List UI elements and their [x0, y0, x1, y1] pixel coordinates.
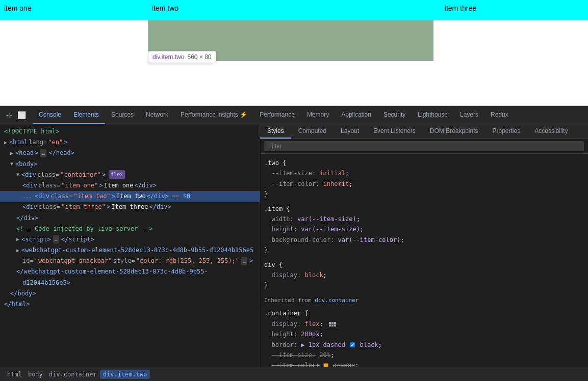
- tab-dom-breakpoints[interactable]: DOM Breakpoints: [423, 124, 485, 139]
- html-webchat-close[interactable]: </webchatgpt-custom-element-528dec13-873…: [0, 266, 260, 277]
- filter-bar: [260, 139, 588, 154]
- elements-panel: <!DOCTYPE html> ▶ <html lang= "en" > ▶ <…: [0, 124, 260, 367]
- cursor-icon[interactable]: ⊹: [4, 110, 14, 120]
- preview-item-three: Item three: [440, 0, 588, 20]
- breadcrumb-body[interactable]: body: [25, 370, 46, 379]
- tab-sources[interactable]: Sources: [105, 106, 140, 124]
- grid-icon: [329, 322, 336, 326]
- preview-area: item one item two Item three div.item.tw…: [0, 0, 588, 106]
- tab-bar: ⊹ ⬜ Console Elements Sources Network Per…: [0, 106, 588, 124]
- devtools-main: <!DOCTYPE html> ▶ <html lang= "en" > ▶ <…: [0, 124, 588, 367]
- orange-swatch: [323, 363, 328, 367]
- css-block-two: .two { --item-size: initial; --item-colo…: [264, 158, 584, 200]
- html-close-body[interactable]: </body>: [0, 288, 260, 299]
- html-item-one[interactable]: <div class= "item one" > Item one </div>: [0, 180, 260, 191]
- border-checkbox[interactable]: [350, 342, 355, 347]
- tab-memory[interactable]: Memory: [301, 106, 335, 124]
- tab-security[interactable]: Security: [377, 106, 412, 124]
- tab-application[interactable]: Application: [335, 106, 377, 124]
- tab-layers[interactable]: Layers: [454, 106, 484, 124]
- tab-computed[interactable]: Computed: [291, 124, 334, 139]
- css-block-div: div { display: block; }: [264, 260, 584, 291]
- breadcrumb-bar: html body div.container div.item.two: [0, 367, 588, 381]
- tab-elements[interactable]: Elements: [67, 106, 105, 124]
- html-container[interactable]: ▼ <div class= "container" > flex: [0, 170, 260, 180]
- tab-bar-icons: ⊹ ⬜: [2, 110, 29, 120]
- tab-redux[interactable]: Redux: [484, 106, 515, 124]
- css-block-item: .item { width: var(--item-size); height:…: [264, 204, 584, 256]
- html-item-two[interactable]: ... <div class= "item two" > Item two </…: [0, 191, 260, 202]
- tab-event-listeners[interactable]: Event Listeners: [366, 124, 423, 139]
- html-item-three[interactable]: <div class= "item three" > Item three </…: [0, 202, 260, 212]
- html-comment-live[interactable]: <!-- Code injected by live-server -->: [0, 224, 260, 234]
- styles-panel: Styles Computed Layout Event Listeners D…: [260, 124, 588, 367]
- tab-lighthouse[interactable]: Lighthouse: [412, 106, 454, 124]
- tab-console[interactable]: Console: [33, 106, 67, 124]
- html-webchat-close2[interactable]: d12044b156e5>: [0, 278, 260, 288]
- html-body[interactable]: ▼ <body>: [0, 159, 260, 170]
- preview-tooltip: div.item.two 560 × 80: [148, 51, 216, 63]
- tab-layout[interactable]: Layout: [334, 124, 366, 139]
- html-head[interactable]: ▶ <head > … </head>: [0, 148, 260, 158]
- tab-network[interactable]: Network: [140, 106, 174, 124]
- html-close-div[interactable]: </div>: [0, 213, 260, 224]
- breadcrumb-item-two[interactable]: div.item.two: [100, 370, 150, 379]
- tab-performance[interactable]: Performance: [253, 106, 301, 124]
- styles-sub-tabs: Styles Computed Layout Event Listeners D…: [260, 124, 588, 139]
- inherited-label: Inherited from div.container: [264, 295, 584, 307]
- html-webchat-id[interactable]: id= "webchatgpt-snackbar" style= "color:…: [0, 256, 260, 266]
- tab-styles[interactable]: Styles: [260, 124, 291, 139]
- css-block-container: .container { display: flex; height: 200p…: [264, 308, 584, 367]
- tab-accessibility[interactable]: Accessibility: [527, 124, 575, 139]
- preview-item-one: item one: [0, 0, 148, 20]
- html-webchat-open[interactable]: ▶ <webchatgpt-custom-element-528dec13-87…: [0, 245, 260, 256]
- breadcrumb-html[interactable]: html: [4, 370, 25, 379]
- tab-performance-insights[interactable]: Performance insights ⚡: [174, 106, 253, 124]
- tab-properties[interactable]: Properties: [485, 124, 528, 139]
- styles-content: .two { --item-size: initial; --item-colo…: [260, 154, 588, 367]
- tooltip-selector: div.item.two: [152, 53, 184, 61]
- tooltip-dimensions: 560 × 80: [187, 53, 211, 61]
- mobile-icon[interactable]: ⬜: [16, 110, 27, 120]
- html-tag[interactable]: ▶ <html lang= "en" >: [0, 137, 260, 148]
- html-script[interactable]: ▶ <script> … </script>: [0, 234, 260, 245]
- devtools-panel: ⊹ ⬜ Console Elements Sources Network Per…: [0, 106, 588, 381]
- html-doctype[interactable]: <!DOCTYPE html>: [0, 126, 260, 137]
- preview-item-two: item two: [148, 0, 440, 20]
- html-close-html[interactable]: </html>: [0, 299, 260, 310]
- filter-input[interactable]: [264, 141, 584, 151]
- breadcrumb-container[interactable]: div.container: [46, 370, 100, 379]
